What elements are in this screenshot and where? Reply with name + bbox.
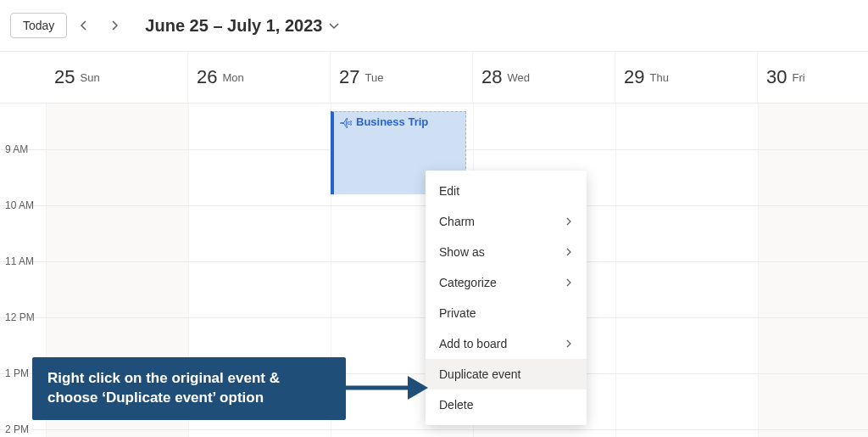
chevron-right-icon bbox=[109, 20, 120, 31]
event-context-menu: Edit Charm Show as Categorize Private Ad… bbox=[426, 171, 587, 425]
chevron-right-icon bbox=[565, 217, 573, 226]
ctx-duplicate-event[interactable]: Duplicate event bbox=[426, 359, 587, 389]
ctx-delete[interactable]: Delete bbox=[426, 389, 587, 420]
next-week-button[interactable] bbox=[101, 12, 128, 39]
event-title: Business Trip bbox=[356, 115, 428, 128]
arrow-annotation-icon bbox=[343, 371, 428, 405]
day-header-sun[interactable]: 25 Sun bbox=[46, 52, 188, 103]
ctx-categorize[interactable]: Categorize bbox=[426, 267, 587, 298]
svg-marker-1 bbox=[408, 376, 428, 400]
weekend-shade bbox=[758, 103, 868, 437]
ctx-show-as[interactable]: Show as bbox=[426, 237, 587, 267]
plane-icon bbox=[339, 116, 353, 130]
today-button[interactable]: Today bbox=[10, 13, 67, 38]
ctx-edit[interactable]: Edit bbox=[426, 176, 587, 206]
instruction-callout: Right click on the original event & choo… bbox=[32, 357, 346, 420]
day-header-row: 25 Sun 26 Mon 27 Tue 28 Wed 29 Thu 30 Fr… bbox=[0, 52, 868, 103]
prev-week-button[interactable] bbox=[70, 12, 97, 39]
chevron-right-icon bbox=[565, 278, 573, 287]
hour-label: 11 AM bbox=[0, 255, 46, 267]
day-header-tue[interactable]: 27 Tue bbox=[331, 52, 473, 103]
ctx-add-to-board[interactable]: Add to board bbox=[426, 328, 587, 359]
day-header-wed[interactable]: 28 Wed bbox=[473, 52, 615, 103]
day-header-thu[interactable]: 29 Thu bbox=[615, 52, 758, 103]
day-header-fri[interactable]: 30 Fri bbox=[758, 52, 868, 103]
chevron-left-icon bbox=[79, 20, 89, 31]
hour-label: 12 PM bbox=[0, 311, 46, 323]
hour-label: 2 PM bbox=[0, 423, 46, 435]
date-range-picker[interactable]: June 25 – July 1, 2023 bbox=[145, 16, 339, 36]
time-grid[interactable]: 9 AM 10 AM 11 AM 12 PM 1 PM 2 PM Busines… bbox=[0, 103, 868, 437]
chevron-right-icon bbox=[565, 339, 573, 348]
instruction-text: Right click on the original event & choo… bbox=[47, 370, 280, 406]
ctx-private[interactable]: Private bbox=[426, 298, 587, 328]
chevron-right-icon bbox=[565, 248, 573, 256]
hour-label: 9 AM bbox=[0, 143, 46, 155]
date-range-label: June 25 – July 1, 2023 bbox=[145, 16, 322, 36]
calendar-week-view: 25 Sun 26 Mon 27 Tue 28 Wed 29 Thu 30 Fr… bbox=[0, 51, 868, 437]
ctx-charm[interactable]: Charm bbox=[426, 206, 587, 237]
chevron-down-icon bbox=[329, 20, 339, 31]
hour-label: 10 AM bbox=[0, 199, 46, 211]
calendar-toolbar: Today June 25 – July 1, 2023 bbox=[0, 0, 868, 51]
day-header-mon[interactable]: 26 Mon bbox=[188, 52, 331, 103]
